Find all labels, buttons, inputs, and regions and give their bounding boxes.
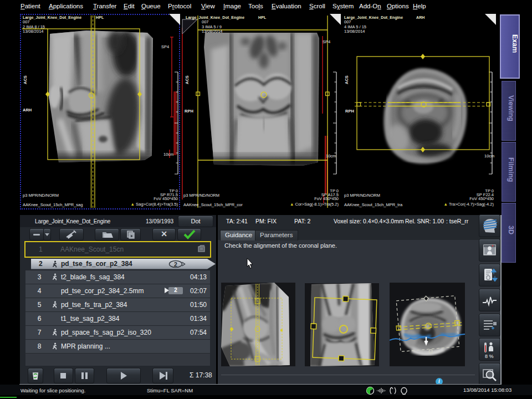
svg-text:2: 2 (174, 260, 177, 267)
svg-text:8 %: 8 % (485, 354, 494, 359)
